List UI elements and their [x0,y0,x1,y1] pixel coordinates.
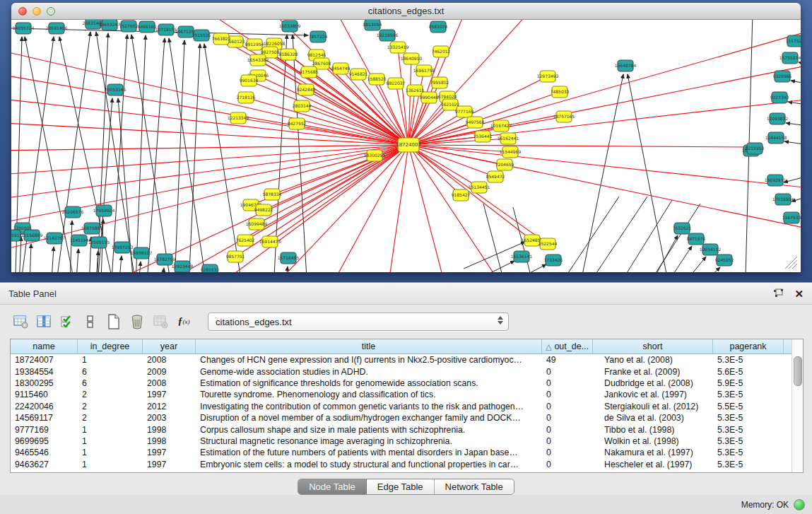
row-height-icon[interactable] [83,314,98,329]
svg-text:20691406: 20691406 [46,25,68,30]
svg-text:9245052: 9245052 [715,257,734,262]
table-cell: Investigating the contribution of common… [196,402,542,411]
svg-text:9990448: 9990448 [420,95,439,100]
node-table[interactable]: namein_degreeyeartitle△out_de...shortpag… [10,339,804,473]
table-cell: 18300295 [11,378,78,388]
table-row[interactable]: 1830029562008Estimation of significance … [11,378,803,389]
select-rows-check-icon[interactable] [59,314,75,329]
scrollbar-thumb[interactable] [794,356,802,386]
svg-text:18640910: 18640910 [401,56,423,61]
svg-text:9146821: 9146821 [349,71,368,76]
svg-text:7462012: 7462012 [432,49,451,54]
table-row[interactable]: 1456911722003Disruption of a novel membe… [11,412,803,424]
close-window-icon[interactable] [18,7,27,16]
table-row[interactable]: 1938455462009Genome-wide association stu… [11,366,803,377]
table-row[interactable]: 969969511998Structural magnetic resonanc… [11,436,803,447]
column-header-short[interactable]: short [593,339,713,354]
svg-text:16099489: 16099489 [246,221,268,226]
table-tab-bar: Node Table Edge Table Network Table [0,479,812,495]
svg-text:15692971: 15692971 [765,177,787,182]
svg-text:1362615: 1362615 [406,88,425,93]
delete-trash-icon[interactable] [129,314,145,329]
memory-status-icon[interactable] [794,499,805,510]
table-cell: Yano et al. (2008) [593,355,713,365]
svg-text:20053346: 20053346 [105,87,126,92]
table-cell: 5.3E-5 [713,425,784,435]
cytoscape-desktop: citations_edges.txt 86601238912954182260… [0,0,812,282]
svg-text:2803144: 2803144 [293,103,312,108]
table-cell: 1 [78,425,143,435]
table-source-value: citations_edges.txt [216,317,292,327]
table-row[interactable]: 946554611997Estimation of the future num… [11,447,803,458]
svg-text:18757165: 18757165 [553,114,575,119]
tab-node-table[interactable]: Node Table [298,479,367,494]
svg-text:8912954: 8912954 [245,42,264,47]
new-document-icon[interactable] [106,314,122,329]
table-cell: 14569117 [11,413,78,423]
table-cell: 2 [78,413,143,423]
import-table-icon-disabled [153,314,168,329]
vertical-scrollbar[interactable] [792,339,803,472]
svg-text:9498222: 9498222 [254,207,273,212]
svg-text:2718126: 2718126 [237,95,256,100]
column-header-pagerank[interactable]: pagerank [713,339,784,354]
svg-text:9329966: 9329966 [773,74,792,78]
function-builder-icon[interactable]: ƒ(x) [176,314,192,329]
table-cell: 9777169 [11,425,78,435]
svg-text:9777169: 9777169 [455,109,474,114]
svg-text:16782759: 16782759 [154,257,176,262]
svg-text:7663822: 7663822 [212,36,231,41]
table-source-combobox[interactable]: citations_edges.txt [208,313,509,331]
svg-text:9242848: 9242848 [297,87,316,92]
table-row[interactable]: 946362711997Embryonic stem cells: a mode… [11,459,803,470]
table-cell: 9465546 [11,448,78,457]
network-view-canvas[interactable]: 8660123891295418226058982750816543382818… [11,20,801,272]
sort-ascending-icon: △ [546,342,551,351]
table-cell: 5.3E-5 [713,460,784,469]
network-window[interactable]: citations_edges.txt 86601238912954182260… [11,3,801,272]
table-cell: 1997 [143,448,196,457]
close-panel-icon[interactable]: ✕ [794,288,804,299]
table-row[interactable]: 1872400712008Changes of HCN gene express… [11,354,803,366]
column-header-out_de[interactable]: △out_de... [542,339,593,354]
table-cell: de Silva et al. (2003) [593,413,713,423]
table-panel-titlebar[interactable]: Table Panel ✕ [0,283,812,305]
table-panel-title: Table Panel [8,288,57,299]
table-cell: 2 [78,390,143,399]
column-header-name[interactable]: name [11,339,78,354]
table-cell: 1 [78,448,143,457]
select-columns-icon[interactable] [36,314,52,329]
table-row[interactable]: 2242004622012Investigating the contribut… [11,401,803,412]
svg-text:7857224: 7857224 [309,34,328,39]
table-cell: 0 [542,448,593,457]
table-row[interactable]: 977716911998Corpus callosum shape and si… [11,424,803,435]
table-cell: 9463627 [11,460,78,469]
citation-network-graph[interactable]: 8660123891295418226058982750816543382818… [11,20,801,272]
table-cell: 1 [78,460,143,469]
table-settings-icon[interactable] [13,314,28,329]
svg-text:5878334: 5878334 [263,192,282,197]
column-header-year[interactable]: year [143,339,196,354]
minimize-window-icon[interactable] [33,7,41,16]
svg-text:9497568: 9497568 [466,119,485,124]
table-cell: 5.3E-5 [713,448,784,457]
svg-text:9227343: 9227343 [770,95,789,100]
tab-network-table[interactable]: Network Table [435,479,514,494]
table-cell: 1 [78,355,143,365]
table-cell: 22420046 [11,402,78,411]
table-cell: Tourette syndrome. Phenomenology and cla… [196,390,542,399]
zoom-window-icon[interactable] [47,7,55,16]
tab-edge-table[interactable]: Edge Table [367,479,435,494]
svg-text:2536441: 2536441 [473,134,493,139]
column-header-title[interactable]: title [196,339,542,354]
table-cell: 1998 [143,425,196,435]
float-panel-icon[interactable] [773,288,784,298]
column-header-in_degree[interactable]: in_degree [78,339,143,354]
svg-text:12505135: 12505135 [88,240,110,245]
network-window-titlebar[interactable]: citations_edges.txt [11,3,801,20]
svg-text:9812546: 9812546 [307,52,326,57]
svg-text:8186328: 8186328 [279,52,298,57]
table-row[interactable]: 911546021997Tourette syndrome. Phenomeno… [11,389,803,400]
table-cell: 2 [78,402,143,411]
svg-text:7632621: 7632621 [673,226,692,230]
